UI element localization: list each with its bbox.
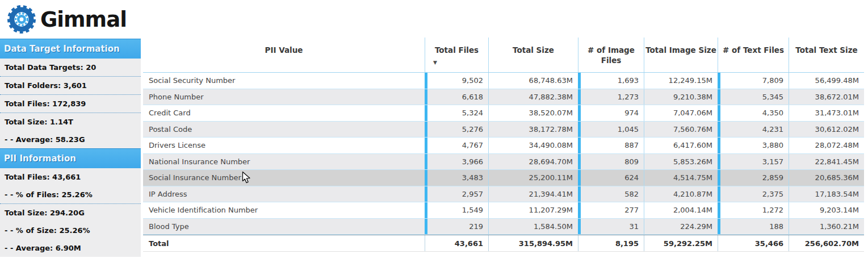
value-cell: 5,324 xyxy=(425,105,488,121)
value-cell: 9,210.38M xyxy=(644,89,718,105)
table-row[interactable]: Social Insurance Number3,48325,200.11M62… xyxy=(143,170,864,186)
value-cell: 22,841.45M xyxy=(789,154,864,170)
value-cell: 809 xyxy=(578,154,644,170)
value-cell: 1,549 xyxy=(425,202,488,218)
value-cell: 3,966 xyxy=(425,154,488,170)
value-cell: 5,853.26M xyxy=(644,154,718,170)
value-cell: 6,417.60M xyxy=(644,138,718,153)
pii-value-cell: Postal Code xyxy=(143,122,425,138)
sidebar-section-items: Total Data Targets: 20Total Folders: 3,6… xyxy=(0,59,141,148)
table-row[interactable]: Drivers License4,76734,490.08M8876,417.6… xyxy=(143,138,864,154)
text-files-total: 35,466 xyxy=(718,235,789,251)
total-text-size-total: 256,602.70M xyxy=(789,235,864,251)
value-cell: 34,490.08M xyxy=(488,138,578,153)
sidebar-stat-group: Total Files: 172,839 xyxy=(0,95,141,113)
pii-value-cell: Credit Card xyxy=(143,105,425,121)
sidebar-stat: Total Size: 1.14T xyxy=(0,113,141,131)
value-cell: 219 xyxy=(425,219,488,235)
value-cell: 2,004.14M xyxy=(644,202,718,218)
value-cell: 277 xyxy=(578,202,644,218)
table-row[interactable]: Vehicle Identification Number1,54911,207… xyxy=(143,202,864,219)
sidebar-stat-group: Total Files: 43,661- - % of Files: 25.26… xyxy=(0,168,141,204)
value-cell: 582 xyxy=(578,186,644,202)
table-row[interactable]: IP Address2,95721,394.41M5824,210.87M2,3… xyxy=(143,186,864,203)
sidebar-stat-group: Total Data Targets: 20 xyxy=(0,59,141,77)
table-total-row: Total 43,661 315,894.95M 8,195 59,292.25… xyxy=(143,235,864,252)
sidebar-stat: Total Size: 294.20G xyxy=(0,204,141,222)
total-files-total: 43,661 xyxy=(425,235,488,251)
value-cell: 2,859 xyxy=(718,170,789,186)
value-cell: 1,693 xyxy=(578,73,644,89)
value-cell: 3,880 xyxy=(718,138,789,153)
sidebar-stat-group: Total Size: 294.20G- - % of Size: 25.26%… xyxy=(0,204,141,257)
value-cell: 2,957 xyxy=(425,186,488,202)
table-header: PII Value Total Files ▼ Total Size # of … xyxy=(143,38,864,73)
value-cell: 38,672.01M xyxy=(789,89,864,105)
sidebar-stat-group: Total Size: 1.14T- - Average: 58.23G xyxy=(0,113,141,148)
table-row[interactable]: Credit Card5,32438,520.07M9747,047.06M4,… xyxy=(143,105,864,122)
value-cell: 5,276 xyxy=(425,122,488,138)
value-cell: 624 xyxy=(578,170,644,186)
pii-value-cell: Phone Number xyxy=(143,89,425,105)
pii-value-cell: National Insurance Number xyxy=(143,154,425,170)
value-cell: 887 xyxy=(578,138,644,153)
pii-value-cell: Social Security Number xyxy=(143,73,425,89)
sidebar-stat: Total Folders: 3,601 xyxy=(0,77,141,94)
value-cell: 188 xyxy=(718,219,789,235)
table-row[interactable]: Social Security Number9,50268,748.63M1,6… xyxy=(143,73,864,89)
sidebar-sections: Data Target InformationTotal Data Target… xyxy=(0,39,141,257)
value-cell: 1,273 xyxy=(578,89,644,105)
value-cell: 4,514.75M xyxy=(644,170,718,186)
total-label: Total xyxy=(143,235,425,251)
sort-descending-icon: ▼ xyxy=(433,60,437,65)
pii-value-cell: Vehicle Identification Number xyxy=(143,202,425,218)
total-image-size-total: 59,292.25M xyxy=(644,235,718,251)
value-cell: 11,207.29M xyxy=(488,202,578,218)
sidebar: Gimmal Data Target InformationTotal Data… xyxy=(0,0,141,258)
column-header-total-text-size[interactable]: Total Text Size xyxy=(789,38,864,72)
table-row[interactable]: National Insurance Number3,96628,694.70M… xyxy=(143,154,864,170)
column-header-pii-value[interactable]: PII Value xyxy=(143,38,425,72)
column-header-image-files[interactable]: # of Image Files xyxy=(578,38,644,72)
column-header-total-files[interactable]: Total Files ▼ xyxy=(425,38,488,72)
value-cell: 974 xyxy=(578,105,644,121)
pii-value-cell: Drivers License xyxy=(143,138,425,153)
logo: Gimmal xyxy=(0,0,141,39)
value-cell: 3,157 xyxy=(718,154,789,170)
value-cell: 4,350 xyxy=(718,105,789,121)
value-cell: 6,618 xyxy=(425,89,488,105)
sidebar-stat: Total Files: 172,839 xyxy=(0,95,141,113)
column-header-text-files[interactable]: # of Text Files xyxy=(718,38,789,72)
value-cell: 4,210.87M xyxy=(644,186,718,202)
value-cell: 47,882.38M xyxy=(488,89,578,105)
value-cell: 5,345 xyxy=(718,89,789,105)
value-cell: 31 xyxy=(578,219,644,235)
value-cell: 21,394.41M xyxy=(488,186,578,202)
value-cell: 25,200.11M xyxy=(488,170,578,186)
table-body: Social Security Number9,50268,748.63M1,6… xyxy=(143,73,864,235)
value-cell: 12,249.15M xyxy=(644,73,718,89)
value-cell: 1,272 xyxy=(718,202,789,218)
value-cell: 68,748.63M xyxy=(488,73,578,89)
pii-value-cell: Social Insurance Number xyxy=(143,170,425,186)
value-cell: 31,473.01M xyxy=(789,105,864,121)
column-header-total-image-size[interactable]: Total Image Size xyxy=(644,38,718,72)
value-cell: 30,612.02M xyxy=(789,122,864,138)
total-size-total: 315,894.95M xyxy=(488,235,578,251)
image-files-total: 8,195 xyxy=(578,235,644,251)
column-header-total-size[interactable]: Total Size xyxy=(488,38,578,72)
table-row[interactable]: Postal Code5,27638,172.78M1,0457,560.76M… xyxy=(143,122,864,138)
value-cell: 38,520.07M xyxy=(488,105,578,121)
table-row[interactable]: Phone Number6,61847,882.38M1,2739,210.38… xyxy=(143,89,864,106)
value-cell: 28,694.70M xyxy=(488,154,578,170)
value-cell: 9,502 xyxy=(425,73,488,89)
sidebar-stat: - - Average: 58.23G xyxy=(0,131,141,148)
table-row[interactable]: Blood Type2191,584.50M31224.29M1881,360.… xyxy=(143,219,864,235)
sidebar-stat: Total Data Targets: 20 xyxy=(0,59,141,76)
sidebar-stat: - - % of Size: 25.26% xyxy=(0,222,141,239)
value-cell: 7,809 xyxy=(718,73,789,89)
sidebar-stat: Total Files: 43,661 xyxy=(0,168,141,186)
value-cell: 1,584.50M xyxy=(488,219,578,235)
value-cell: 28,072.48M xyxy=(789,138,864,153)
value-cell: 9,203.14M xyxy=(789,202,864,218)
